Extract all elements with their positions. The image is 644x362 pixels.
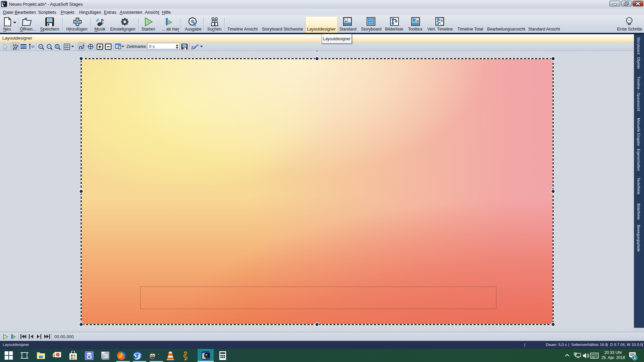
svg-text:1: 1 bbox=[634, 356, 636, 360]
